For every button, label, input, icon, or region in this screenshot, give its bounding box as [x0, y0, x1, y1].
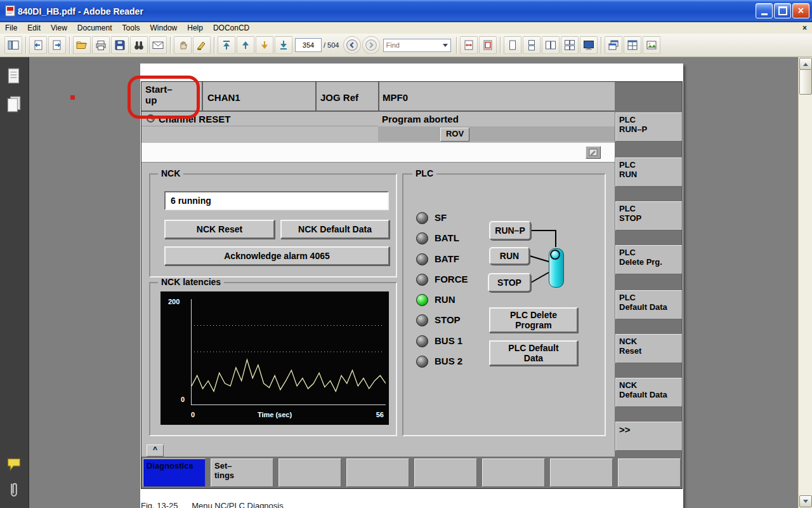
- bookmarks-panel-icon[interactable]: [6, 95, 22, 113]
- menu-item-tools[interactable]: Tools: [117, 23, 145, 33]
- led-bus1-label: BUS 1: [435, 335, 462, 346]
- print-button[interactable]: [92, 36, 110, 54]
- attachments-panel-icon[interactable]: [8, 481, 20, 499]
- menu-item-file[interactable]: File: [0, 23, 22, 33]
- menu-bar: File Edit View Document Tools Window Hel…: [0, 22, 812, 34]
- continuous-icon: [526, 39, 537, 51]
- find-dropdown-icon[interactable]: [443, 44, 448, 50]
- previous-view-button[interactable]: [343, 36, 361, 54]
- previous-page-icon: [240, 39, 251, 51]
- menu-item-view[interactable]: View: [46, 23, 72, 33]
- sign-tool-button[interactable]: [193, 36, 211, 54]
- search-icon: [133, 39, 145, 51]
- softkey-plc-run-p[interactable]: PLC RUN–P: [615, 112, 683, 142]
- pages-panel-icon[interactable]: [6, 67, 22, 85]
- led-batl-label: BATL: [435, 232, 459, 243]
- key-switch-knob: [550, 250, 560, 260]
- led-batl: [416, 232, 428, 244]
- picture-tasks-button[interactable]: [643, 36, 660, 54]
- next-view-icon: [365, 39, 377, 51]
- scroll-up-icon: [803, 60, 808, 66]
- header-area-label: Start– up: [145, 84, 173, 106]
- softkey-empty-3[interactable]: [278, 458, 341, 487]
- scroll-up-button[interactable]: [799, 58, 812, 70]
- comments-panel-icon[interactable]: [6, 457, 22, 472]
- scroll-down-button[interactable]: [799, 495, 812, 507]
- scrollbar-thumb[interactable]: [799, 69, 812, 95]
- alarm-edit-button[interactable]: [586, 146, 601, 159]
- softkey-empty-6[interactable]: [482, 458, 545, 487]
- continuous-facing-button[interactable]: [561, 36, 579, 54]
- switch-run-p-button[interactable]: RUN–P: [489, 221, 531, 240]
- menu-item-document[interactable]: Document: [72, 23, 117, 33]
- plc-delete-program-button[interactable]: PLC Delete Program: [489, 307, 578, 333]
- softkey-empty-8[interactable]: [618, 458, 681, 487]
- x-axis-title: Time (sec): [160, 411, 389, 418]
- navigation-panels-button[interactable]: [4, 36, 22, 54]
- menu-item-help[interactable]: Help: [182, 23, 208, 33]
- softkey-diagnostics[interactable]: Diagnostics: [143, 458, 206, 487]
- title-bar[interactable]: 840DI_HB.pdf - Adobe Reader ×: [0, 0, 812, 22]
- menu-item-edit[interactable]: Edit: [22, 23, 46, 33]
- menu-item-doconcd[interactable]: DOConCD: [208, 23, 254, 33]
- navigation-panels-icon: [8, 39, 19, 51]
- softkey-more[interactable]: >>: [615, 422, 683, 451]
- switch-stop-button[interactable]: STOP: [488, 273, 531, 292]
- first-page-button[interactable]: [218, 36, 235, 54]
- single-page-button[interactable]: [504, 36, 521, 54]
- open-button[interactable]: [73, 36, 91, 54]
- nck-default-data-button[interactable]: NCK Default Data: [280, 220, 390, 239]
- softkey-empty-7[interactable]: [550, 458, 613, 487]
- find-input[interactable]: [384, 40, 442, 51]
- facing-button[interactable]: [542, 36, 560, 54]
- menu-item-window[interactable]: Window: [145, 23, 183, 33]
- softkey-empty-5[interactable]: [414, 458, 477, 487]
- fit-page-button[interactable]: [479, 36, 497, 54]
- softkey-plc-default-data[interactable]: PLC Default Data: [615, 290, 683, 319]
- email-button[interactable]: [149, 36, 167, 54]
- page-number-input[interactable]: [295, 38, 322, 52]
- save-button[interactable]: [111, 36, 129, 54]
- led-run: [416, 294, 428, 306]
- recall-softkey[interactable]: ^: [147, 444, 164, 457]
- switch-run-button[interactable]: RUN: [489, 247, 530, 265]
- last-page-button[interactable]: [275, 36, 292, 54]
- continuous-button[interactable]: [523, 36, 540, 54]
- picture-tasks-icon: [646, 39, 657, 51]
- previous-document-button[interactable]: [29, 36, 47, 54]
- search-button[interactable]: [130, 36, 148, 54]
- email-icon: [152, 39, 164, 51]
- previous-page-button[interactable]: [237, 36, 254, 54]
- next-view-button[interactable]: [362, 36, 380, 54]
- nck-reset-button[interactable]: NCK Reset: [164, 220, 275, 239]
- find-box[interactable]: [383, 39, 451, 52]
- tile-windows-button[interactable]: [624, 36, 641, 54]
- hand-tool-button[interactable]: [174, 36, 192, 54]
- softkey-nck-default-data[interactable]: NCK Default Data: [615, 378, 683, 407]
- program-status-label: Program aborted: [382, 114, 459, 124]
- channel-state-icon: [146, 114, 155, 123]
- minimize-button[interactable]: [756, 3, 773, 18]
- toolbar: / 504: [0, 34, 812, 57]
- acknowledge-alarm-button[interactable]: Acknowledge alarm 4065: [164, 246, 390, 265]
- led-stop: [416, 314, 428, 326]
- next-document-button[interactable]: [48, 36, 66, 54]
- cascade-windows-button[interactable]: [605, 36, 622, 54]
- softkey-plc-run[interactable]: PLC RUN: [615, 157, 683, 187]
- softkey-plc-delete-prg[interactable]: PLC Delete Prg.: [615, 245, 683, 274]
- minimize-icon: [761, 13, 768, 15]
- softkey-settings[interactable]: Set– tings: [211, 458, 273, 487]
- fit-width-icon: [463, 39, 475, 51]
- menubar-close-icon[interactable]: ×: [802, 23, 807, 32]
- next-page-button[interactable]: [256, 36, 273, 54]
- plc-default-data-button[interactable]: PLC Default Data: [489, 340, 578, 366]
- softkey-nck-reset[interactable]: NCK Reset: [615, 334, 683, 363]
- fit-width-button[interactable]: [460, 36, 478, 54]
- full-screen-button[interactable]: [580, 36, 598, 54]
- figure-caption: Fig. 13-25 Menu NC/PLC Diagnosis: [141, 501, 284, 508]
- maximize-button[interactable]: [774, 3, 791, 18]
- softkey-plc-stop[interactable]: PLC STOP: [615, 201, 683, 231]
- softkey-empty-4[interactable]: [346, 458, 409, 487]
- vertical-scrollbar[interactable]: [798, 57, 812, 508]
- close-button[interactable]: ×: [792, 3, 809, 18]
